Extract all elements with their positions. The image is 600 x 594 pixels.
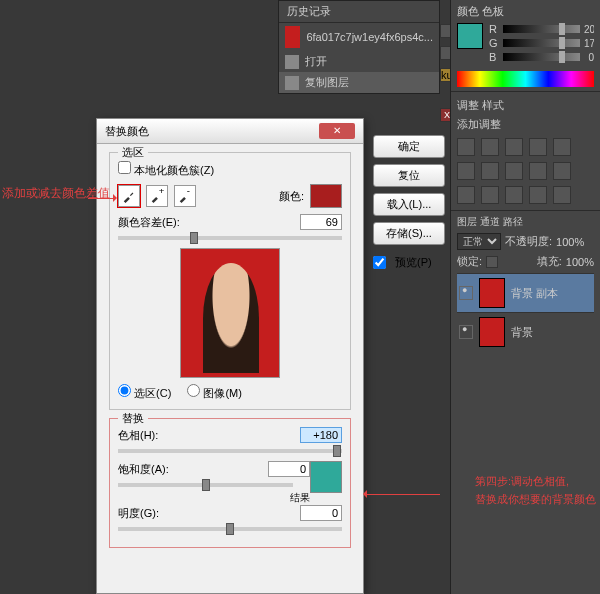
lightness-label: 明度(G): (118, 506, 159, 521)
layer-icon (285, 76, 299, 90)
dialog-titlebar[interactable]: 替换颜色 ✕ (97, 119, 363, 144)
selection-group: 选区 本地化颜色簇(Z) + - 颜色: 颜色容差(E): 选区(C) 图像(M… (109, 152, 351, 410)
eyedropper-sub-icon[interactable]: - (174, 185, 196, 207)
saturation-label: 饱和度(A): (118, 462, 169, 477)
history-file-row[interactable]: 6fa017c7jw1ey4fx6ps4c... (279, 23, 439, 51)
g-label: G (489, 37, 499, 49)
svg-text:-: - (187, 189, 190, 196)
hue-input[interactable] (300, 427, 342, 443)
result-label: 结果 (118, 491, 342, 505)
replace-color-dialog: 替换颜色 ✕ 选区 本地化颜色簇(Z) + - 颜色: 颜色容差(E): 选 (96, 118, 364, 594)
color-tabs[interactable]: 颜色 色板 (457, 4, 594, 19)
open-icon (285, 55, 299, 69)
replace-group: 替换 色相(H): 饱和度(A): 结果 明度(G): (109, 418, 351, 548)
lightness-input[interactable] (300, 505, 342, 521)
color-spectrum[interactable] (457, 71, 594, 87)
eye-icon[interactable] (459, 286, 473, 300)
adjustments-panel: 调整 样式 添加调整 (451, 92, 600, 211)
dialog-title: 替换颜色 (105, 124, 149, 139)
fuzziness-slider[interactable] (118, 236, 342, 240)
g-value: 172 (584, 38, 594, 49)
lock-icon[interactable] (486, 256, 498, 268)
fill-value[interactable]: 100% (566, 256, 594, 268)
preview-checkbox[interactable]: 预览(P) (373, 255, 445, 270)
adjust-add-label: 添加调整 (457, 117, 594, 132)
fill-label: 填充: (537, 254, 562, 269)
sampled-color-swatch[interactable] (310, 184, 342, 208)
exposure-icon[interactable] (529, 138, 547, 156)
selective-icon[interactable] (553, 186, 571, 204)
r-label: R (489, 23, 499, 35)
threshold-icon[interactable] (505, 186, 523, 204)
curves-icon[interactable] (505, 138, 523, 156)
mixer-icon[interactable] (529, 162, 547, 180)
history-file-name: 6fa017c7jw1ey4fx6ps4c... (306, 31, 433, 43)
layers-panel: 图层 通道 路径 正常 不透明度: 100% 锁定: 填充: 100% 背景 副… (451, 211, 600, 355)
b-value: 0 (584, 52, 594, 63)
b-label: B (489, 51, 499, 63)
layer-thumb (479, 278, 505, 308)
history-thumb (285, 26, 300, 48)
levels-icon[interactable] (481, 138, 499, 156)
eye-icon[interactable] (459, 325, 473, 339)
image-radio[interactable]: 图像(M) (187, 384, 242, 401)
dialog-buttons: 确定 复位 载入(L)... 存储(S)... 预览(P) (373, 135, 445, 276)
gradient-map-icon[interactable] (529, 186, 547, 204)
layer-row[interactable]: 背景 (457, 312, 594, 351)
adjust-tabs[interactable]: 调整 样式 (457, 98, 594, 113)
lookup-icon[interactable] (553, 162, 571, 180)
selection-radio[interactable]: 选区(C) (118, 384, 171, 401)
layer-name: 背景 (511, 325, 533, 340)
b-slider[interactable] (503, 53, 580, 61)
close-button[interactable]: ✕ (319, 123, 355, 139)
color-panel: 颜色 色板 R20 G172 B0 (451, 0, 600, 92)
blend-mode-select[interactable]: 正常 (457, 233, 501, 250)
history-panel: 历史记录 6fa017c7jw1ey4fx6ps4c... 打开 复制图层 (278, 0, 440, 94)
preview-image (180, 248, 280, 378)
eyedropper-icon[interactable] (118, 185, 140, 207)
reset-button[interactable]: 复位 (373, 164, 445, 187)
posterize-icon[interactable] (481, 186, 499, 204)
ok-button[interactable]: 确定 (373, 135, 445, 158)
arrow-right (364, 494, 440, 495)
annotation-right: 第四步:调动色相值, 替换成你想要的背景颜色 (475, 472, 596, 508)
history-step-label: 复制图层 (305, 75, 349, 90)
replace-group-label: 替换 (118, 411, 148, 426)
hue-icon[interactable] (457, 162, 475, 180)
localized-checkbox[interactable]: 本地化颜色簇(Z) (118, 161, 214, 178)
saturation-slider[interactable] (118, 483, 293, 487)
hue-slider[interactable] (118, 449, 342, 453)
fuzziness-label: 颜色容差(E): (118, 215, 180, 230)
bw-icon[interactable] (481, 162, 499, 180)
hue-label: 色相(H): (118, 428, 158, 443)
foreground-swatch[interactable] (457, 23, 483, 49)
arrow-left (88, 198, 116, 199)
save-button[interactable]: 存储(S)... (373, 222, 445, 245)
saturation-input[interactable] (268, 461, 310, 477)
history-step-copy[interactable]: 复制图层 (279, 72, 439, 93)
result-swatch[interactable] (310, 461, 342, 493)
layer-name: 背景 副本 (511, 286, 558, 301)
svg-text:+: + (159, 189, 164, 196)
g-slider[interactable] (503, 39, 580, 47)
color-label: 颜色: (279, 189, 304, 204)
layer-row[interactable]: 背景 副本 (457, 273, 594, 312)
fuzziness-input[interactable] (300, 214, 342, 230)
layer-thumb (479, 317, 505, 347)
lightness-slider[interactable] (118, 527, 342, 531)
lock-label: 锁定: (457, 254, 482, 269)
history-tab[interactable]: 历史记录 (279, 1, 439, 23)
annotation-left: 添加或减去颜色差值 (2, 185, 110, 202)
opacity-value[interactable]: 100% (556, 236, 584, 248)
history-step-open[interactable]: 打开 (279, 51, 439, 72)
selection-group-label: 选区 (118, 145, 148, 160)
eyedropper-add-icon[interactable]: + (146, 185, 168, 207)
r-slider[interactable] (503, 25, 580, 33)
brightness-icon[interactable] (457, 138, 475, 156)
invert-icon[interactable] (457, 186, 475, 204)
vibrance-icon[interactable] (553, 138, 571, 156)
load-button[interactable]: 载入(L)... (373, 193, 445, 216)
history-step-label: 打开 (305, 54, 327, 69)
layers-tabs[interactable]: 图层 通道 路径 (457, 215, 594, 229)
photo-filter-icon[interactable] (505, 162, 523, 180)
